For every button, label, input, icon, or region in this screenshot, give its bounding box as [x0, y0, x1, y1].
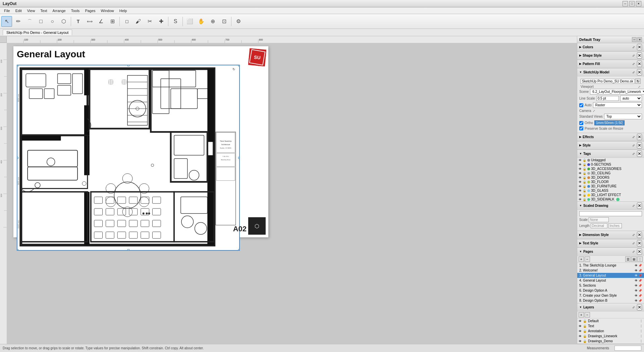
scaled-drawing-close[interactable]: ✕ — [637, 202, 642, 209]
select-tool-button[interactable]: ↖ — [1, 16, 12, 27]
layer-lock-drawings-demo[interactable]: 🔒 — [583, 340, 587, 343]
page-remove-button[interactable]: − — [585, 256, 590, 262]
floorplan-viewport[interactable]: Think SketchUp Architecture Boulder, CO … — [17, 65, 240, 251]
ortho-value-input[interactable] — [594, 120, 625, 125]
maximize-button[interactable]: □ — [629, 1, 635, 6]
page-list-view-button[interactable]: ☰ — [625, 256, 631, 262]
layer-lock-text[interactable]: 🔒 — [583, 325, 587, 328]
style-close[interactable]: ✕ — [637, 142, 642, 149]
colors-close[interactable]: ✕ — [637, 44, 642, 50]
scissors-tool-button[interactable]: ✂ — [144, 16, 155, 27]
model-file-input[interactable] — [581, 79, 635, 84]
circle-tool-button[interactable]: ○ — [47, 16, 58, 27]
page-item-4[interactable]: 4. General Layout 👁📌 — [577, 278, 644, 283]
tag-eye-3dfloor[interactable]: 👁 — [579, 180, 582, 184]
text-style-close[interactable]: ✕ — [637, 240, 642, 246]
selection-handle-tc[interactable] — [127, 65, 129, 66]
style-header[interactable]: ▶ Style ⤢ ✕ — [577, 141, 644, 150]
shape-tool-button[interactable]: □ — [36, 16, 46, 27]
shape-style-expand[interactable]: ⤢ — [632, 54, 635, 57]
selection-handle-br[interactable] — [238, 249, 240, 251]
style-expand[interactable]: ⤢ — [632, 144, 635, 147]
layer-add-button[interactable]: + — [579, 312, 584, 317]
menu-help[interactable]: Help — [117, 8, 130, 13]
menu-edit[interactable]: Edit — [13, 8, 24, 13]
menu-file[interactable]: File — [1, 8, 13, 13]
page-item-7[interactable]: 7. Create your Own Style 👁📌 — [577, 293, 644, 298]
menu-window[interactable]: Window — [98, 8, 117, 13]
scaled-drawing-name-input[interactable] — [579, 211, 642, 216]
tags-header[interactable]: ▼ Tags ⤢ ✕ — [577, 150, 644, 158]
zoom-window-button[interactable]: ⊡ — [219, 16, 229, 27]
tag-eye-3dlight[interactable]: 👁 — [579, 193, 582, 197]
scaled-drawing-expand[interactable]: ⤢ — [632, 204, 635, 208]
preserve-scale-checkbox[interactable] — [579, 126, 583, 130]
panel-collapse-button[interactable]: ─ — [632, 37, 637, 42]
line-scale-input[interactable] — [596, 96, 619, 101]
layer-eye-drawings-demo[interactable]: 👁 — [579, 340, 582, 343]
layer-icon-drawings-linework[interactable]: ⋮ — [640, 335, 643, 338]
layers-close[interactable]: ✕ — [637, 304, 642, 310]
colors-expand[interactable]: ⤢ — [632, 46, 635, 49]
close-button[interactable]: ✕ — [636, 1, 641, 6]
polygon-tool-button[interactable]: ⬡ — [58, 16, 69, 27]
decimal-input[interactable] — [591, 223, 607, 228]
tags-expand[interactable]: ⤢ — [632, 152, 635, 156]
page-grid-view-button[interactable]: ⊞ — [631, 256, 637, 262]
text-style-expand[interactable]: ⤢ — [632, 242, 635, 245]
layer-eye-annotation[interactable]: 👁 — [579, 330, 582, 333]
move-tool-button[interactable]: ✚ — [156, 16, 166, 27]
shape-style-header[interactable]: ▶ Shape Style ⤢ ✕ — [577, 52, 644, 60]
auto-checkbox[interactable] — [579, 103, 583, 107]
pattern-fill-close[interactable]: ✕ — [637, 61, 642, 67]
arc-tool-button[interactable]: ⌒ — [24, 16, 35, 27]
layer-eye-text[interactable]: 👁 — [579, 325, 582, 328]
render-select[interactable]: Raster Vector Hybrid — [593, 102, 642, 108]
pages-close[interactable]: ✕ — [637, 248, 642, 255]
layer-icon-default[interactable]: ⋮ — [640, 319, 643, 323]
eraser-tool-button[interactable]: ◻ — [121, 16, 132, 27]
page-item-2[interactable]: 2. Welcome! 👁📌 — [577, 268, 644, 273]
selection-handle-mr[interactable] — [238, 157, 240, 159]
selection-handle-bl[interactable] — [17, 249, 18, 251]
layer-icon-annotation[interactable]: ⋮ — [640, 330, 643, 333]
ortho-checkbox[interactable] — [579, 121, 583, 125]
measurements-input[interactable] — [614, 346, 641, 351]
selection-handle-bc[interactable] — [127, 249, 129, 251]
layer-eye-drawings-linework[interactable]: 👁 — [579, 335, 582, 338]
pencil-tool-button[interactable]: ✏ — [13, 16, 23, 27]
pattern-fill-header[interactable]: ▶ Pattern Fill ⤢ ✕ — [577, 60, 644, 68]
pages-header[interactable]: ▼ Pages ⤢ ✕ — [577, 248, 644, 256]
layer-eye-default[interactable]: 👁 — [579, 319, 582, 323]
selection-handle-ml[interactable] — [17, 157, 18, 159]
pan-tool-button[interactable]: ✋ — [196, 16, 207, 27]
minimize-button[interactable]: ─ — [623, 1, 628, 6]
line-scale-select[interactable]: auto — [620, 96, 642, 101]
camera-expand-icon[interactable]: ⤢ — [593, 109, 595, 113]
page-item-8[interactable]: 8. Design Option B 👁📌 — [577, 298, 644, 303]
tag-eye-3dside[interactable]: 👁 — [579, 198, 582, 201]
layer-icon-text[interactable]: ⋮ — [640, 325, 643, 328]
page-item-5[interactable]: 5. Sections 👁📌 — [577, 283, 644, 288]
page-add-button[interactable]: + — [579, 256, 584, 262]
menu-pages[interactable]: Pages — [82, 8, 98, 13]
tag-eye-3dfurn[interactable]: 👁 — [579, 185, 582, 188]
shape-style-close[interactable]: ✕ — [637, 52, 642, 59]
selection-handle-tr[interactable] — [238, 65, 240, 66]
text-tool-button[interactable]: T — [73, 16, 84, 27]
tag-eye-0sections[interactable]: 👁 — [579, 163, 582, 166]
dimension-tool-button[interactable]: ⟺ — [84, 16, 95, 27]
tag-eye-3dacc[interactable]: 👁 — [579, 167, 582, 171]
tag-eye-3ddoors[interactable]: 👁 — [579, 176, 582, 179]
layers-expand[interactable]: ⤢ — [632, 306, 635, 309]
text-style-header[interactable]: ▶ Text Style ⤢ ✕ — [577, 239, 644, 247]
effects-header[interactable]: ▶ Effects ⤢ ✕ — [577, 133, 644, 141]
dimension-style-close[interactable]: ✕ — [637, 232, 642, 238]
page-options-button[interactable]: ⋮ — [637, 256, 643, 262]
tags-close[interactable]: ✕ — [637, 151, 642, 157]
menu-tools[interactable]: Tools — [68, 8, 83, 13]
model-file-refresh[interactable]: ↻ — [635, 78, 641, 84]
menu-arrange[interactable]: Arrange — [50, 8, 68, 13]
effects-expand[interactable]: ⤢ — [632, 135, 635, 139]
inches-input[interactable] — [608, 223, 622, 228]
